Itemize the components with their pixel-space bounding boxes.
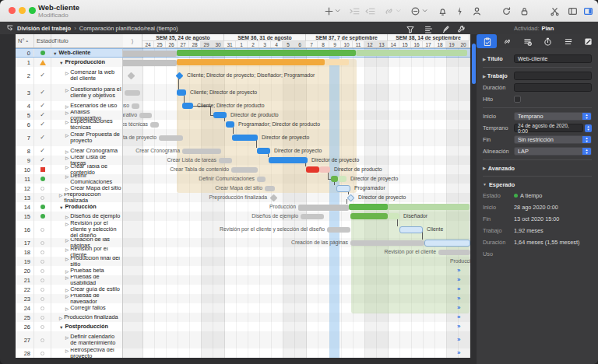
disclosure-icon[interactable]: ▷ — [65, 247, 69, 253]
task-title-cell[interactable]: ▼Web-cliente — [51, 49, 123, 57]
task-title-cell[interactable]: ▷Escenarios de uso — [51, 101, 123, 110]
attach-icon[interactable] — [382, 5, 395, 17]
day-header[interactable]: 30 — [213, 41, 224, 48]
day-header[interactable]: 9 — [329, 41, 341, 48]
timeline-header[interactable]: ⟩SEM 35, 24 de agosto24252627282930SEM 3… — [123, 34, 470, 48]
dropdown-arrows-icon[interactable]: ▲▼ — [582, 135, 591, 144]
disclosure-icon[interactable]: ▷ — [65, 165, 69, 170]
task-title-cell[interactable]: ▼Producción — [51, 202, 123, 212]
panel-left-icon[interactable] — [566, 5, 579, 17]
dropdown-arrows-icon[interactable]: ▲▼ — [582, 147, 591, 156]
task-title-cell[interactable]: ▷Definir Comunicaciones — [51, 174, 123, 184]
temprano-date-input[interactable]: 24 de agosto de 2020, 0:00 — [514, 124, 583, 132]
task-title-cell[interactable]: ▷Pruebas de navegador — [51, 294, 123, 303]
disclosure-icon[interactable]: ▷ — [65, 268, 69, 275]
day-header[interactable]: 6 — [294, 41, 306, 48]
day-header[interactable]: 8 — [318, 41, 329, 48]
minimize-window-button[interactable] — [19, 7, 26, 14]
disclosure-icon[interactable]: ▷ — [65, 120, 69, 125]
disclosure-icon[interactable]: ▷ — [59, 315, 62, 321]
gantt-chart[interactable]: Cliente; Director de proyecto; Diseñador… — [123, 48, 470, 358]
column-header-estado[interactable]: Estado — [34, 34, 51, 47]
day-header[interactable]: 2 — [248, 41, 259, 48]
disclosure-icon[interactable]: ▷ — [65, 238, 69, 243]
group-chevron-icon[interactable] — [421, 5, 428, 17]
task-title-cell[interactable]: ▷Corregir fallos — [51, 303, 123, 313]
day-header[interactable]: 4 — [271, 41, 283, 48]
task-title-cell[interactable]: ▷Crear guía de estilo — [51, 285, 123, 294]
task-title-cell[interactable]: ▷Crear Lista de tareas — [51, 156, 123, 165]
task-title-cell[interactable]: ▷Definir calendario de mantenimiento — [51, 331, 123, 348]
day-header[interactable]: 20 — [458, 41, 470, 48]
day-header[interactable]: 24 — [142, 41, 154, 48]
day-header[interactable]: 12 — [364, 41, 376, 48]
task-title-cell[interactable]: ▷Especificaciones técnicas — [51, 120, 123, 129]
breadcrumb-view[interactable]: División del trabajo — [17, 25, 71, 32]
inspector-info-tab[interactable] — [477, 34, 497, 48]
disclosure-icon[interactable]: ▷ — [65, 149, 69, 155]
titulo-input[interactable]: Web-cliente — [514, 54, 592, 63]
day-header[interactable]: 25 — [154, 41, 166, 48]
day-header[interactable]: 19 — [446, 41, 458, 48]
task-title-cell[interactable]: ▷Retrospectiva del proyecto — [51, 348, 123, 358]
inspector-finance-tab[interactable] — [517, 34, 537, 48]
week-header[interactable]: SEM 38, 14 de septiembre — [388, 34, 470, 41]
day-header[interactable]: 18 — [434, 41, 446, 48]
day-header[interactable]: 10 — [341, 41, 353, 48]
collapsed-columns-indicator[interactable]: ⟩ — [123, 34, 142, 48]
week-header[interactable]: SEM 37, 7 de septiembre — [306, 34, 388, 41]
duracion-input[interactable] — [514, 83, 592, 92]
disclosure-icon[interactable]: ▷ — [65, 294, 69, 299]
dropdown-arrows-icon[interactable]: ▲▼ — [582, 112, 591, 121]
alineacion-dropdown[interactable]: LAP▲▼ — [514, 147, 592, 156]
task-title-cell[interactable]: ▷Revisión por el cliente y selección del… — [51, 221, 123, 238]
task-title-cell[interactable]: ▷Cuestionario para el cliente y objetivo… — [51, 84, 123, 101]
day-header[interactable]: 13 — [376, 41, 388, 48]
lock-icon[interactable] — [518, 5, 530, 17]
disclosure-icon[interactable]: ▷ — [65, 275, 69, 281]
day-header[interactable]: 16 — [411, 41, 423, 48]
task-title-cell[interactable]: ▷Comenzar la web del cliente — [51, 67, 123, 84]
task-title-cell[interactable]: ▷Diseños de ejemplo — [51, 212, 123, 221]
task-title-cell[interactable]: ▷Análisis comparativo — [51, 110, 123, 120]
task-title-cell[interactable]: ▷Crear Propuesta de proyecto — [51, 129, 123, 146]
outdent-icon[interactable] — [364, 5, 376, 17]
day-header[interactable]: 11 — [353, 41, 364, 48]
day-header[interactable]: 27 — [178, 41, 189, 48]
task-title-cell[interactable]: ▷Crear Mapa del sitio — [51, 184, 123, 193]
disclosure-icon[interactable]: ▷ — [65, 132, 69, 138]
settings-icon[interactable] — [456, 23, 466, 33]
day-header[interactable]: 28 — [189, 41, 201, 48]
disclosure-icon[interactable]: ▼ — [59, 60, 63, 66]
vertical-scrollbar[interactable] — [472, 44, 476, 84]
avanzado-section[interactable]: ▶Avanzado — [477, 163, 598, 173]
trabajo-input[interactable] — [514, 72, 592, 80]
resources-icon[interactable] — [470, 5, 483, 17]
disclosure-icon[interactable]: ▷ — [65, 156, 69, 161]
style-icon[interactable] — [424, 23, 434, 33]
tools-icon[interactable] — [548, 5, 561, 17]
add-icon[interactable] — [322, 5, 335, 17]
add-chevron-icon[interactable] — [334, 5, 341, 17]
activity-value[interactable]: Plan — [542, 25, 554, 32]
task-title-cell[interactable]: ▷Pruebas de usabilidad — [51, 275, 123, 285]
disclosure-icon[interactable]: ▷ — [65, 186, 69, 192]
disclosure-icon[interactable]: ▷ — [65, 214, 69, 220]
disclosure-icon[interactable]: ▷ — [65, 287, 69, 293]
disclosure-icon[interactable]: ▷ — [65, 70, 69, 76]
format-icon[interactable] — [441, 23, 451, 33]
indent-icon[interactable] — [348, 5, 361, 17]
day-header[interactable]: 3 — [259, 41, 271, 48]
day-header[interactable]: 26 — [166, 41, 178, 48]
day-header[interactable]: 1 — [236, 41, 248, 48]
disclosure-icon[interactable]: ▷ — [65, 103, 69, 110]
disclosure-icon[interactable]: ▷ — [65, 110, 69, 116]
task-title-cell[interactable]: ▼Postproducción — [51, 322, 123, 331]
week-header[interactable]: SEM 36, 31 de agosto — [224, 34, 306, 41]
disclosure-icon[interactable]: ▷ — [65, 221, 69, 227]
task-title-cell[interactable]: ▼Preproducción — [51, 58, 123, 67]
notifications-icon[interactable] — [436, 5, 448, 17]
attach-chevron-icon[interactable] — [395, 5, 402, 17]
filter-icon[interactable] — [406, 23, 416, 33]
day-header[interactable]: 17 — [423, 41, 434, 48]
